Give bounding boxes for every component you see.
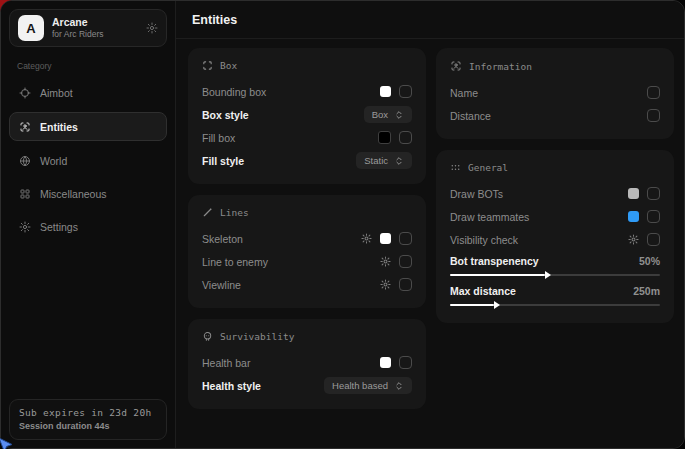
slider-row-max-distance: Max distance250m bbox=[450, 281, 660, 311]
sidebar-item-settings[interactable]: Settings bbox=[9, 213, 167, 240]
slider-header: Max distance250m bbox=[450, 285, 660, 297]
row-label: Box style bbox=[202, 109, 249, 121]
mouse-cursor bbox=[0, 437, 15, 449]
session-duration-text: Session duration 44s bbox=[19, 421, 157, 431]
slider-thumb[interactable] bbox=[545, 271, 551, 279]
row-controls: Health based bbox=[324, 377, 412, 394]
slider-track-max-distance[interactable] bbox=[450, 304, 660, 306]
row-fill-style: Fill styleStatic bbox=[202, 149, 412, 172]
gear-icon[interactable] bbox=[146, 22, 158, 34]
slider-thumb[interactable] bbox=[494, 301, 500, 309]
unfold-icon bbox=[394, 156, 404, 166]
row-label: Skeleton bbox=[202, 233, 243, 245]
card-lines: LinesSkeletonLine to enemyViewline bbox=[188, 195, 426, 308]
row-fill-box: Fill box bbox=[202, 126, 412, 149]
slider-value: 250m bbox=[633, 285, 660, 297]
slider-fill bbox=[450, 304, 494, 306]
gear-icon[interactable] bbox=[380, 256, 391, 267]
row-label: Line to enemy bbox=[202, 256, 268, 268]
dropdown-value: Static bbox=[364, 155, 388, 166]
color-swatch-skeleton[interactable] bbox=[380, 233, 391, 244]
color-swatch-draw-teammates[interactable] bbox=[628, 211, 639, 222]
sidebar-item-aimbot[interactable]: Aimbot bbox=[9, 79, 167, 106]
slider-label: Bot transpenency bbox=[450, 255, 539, 267]
color-swatch-draw-bots[interactable] bbox=[628, 188, 639, 199]
category-label: Category bbox=[17, 61, 167, 71]
row-controls bbox=[628, 210, 660, 223]
row-label: Fill box bbox=[202, 132, 235, 144]
row-line-to-enemy: Line to enemy bbox=[202, 250, 412, 273]
row-label: Bounding box bbox=[202, 86, 266, 98]
unfold-icon bbox=[394, 381, 404, 391]
slider-header: Bot transpenency50% bbox=[450, 255, 660, 267]
card-header: Survivability bbox=[202, 331, 412, 342]
checkbox-visibility-check[interactable] bbox=[647, 233, 660, 246]
brackets-icon bbox=[202, 60, 213, 71]
gear-icon bbox=[19, 221, 31, 233]
row-draw-teammates: Draw teammates bbox=[450, 205, 660, 228]
brand-text: Arcane for Arc Riders bbox=[52, 17, 104, 40]
sidebar-item-miscellaneous[interactable]: Miscellaneous bbox=[9, 180, 167, 207]
slider-track-bot-transpenency[interactable] bbox=[450, 274, 660, 276]
checkbox-skeleton[interactable] bbox=[399, 232, 412, 245]
card-information: InformationNameDistance bbox=[436, 48, 674, 139]
row-controls bbox=[380, 356, 412, 369]
content-area: BoxBounding boxBox styleBoxFill boxFill … bbox=[176, 39, 685, 418]
row-name: Name bbox=[450, 81, 660, 104]
row-label: Fill style bbox=[202, 155, 244, 167]
gear-icon[interactable] bbox=[361, 233, 372, 244]
gear-icon[interactable] bbox=[628, 234, 639, 245]
checkbox-bounding-box[interactable] bbox=[399, 85, 412, 98]
dropdown-box-style[interactable]: Box bbox=[364, 106, 412, 123]
gear-icon[interactable] bbox=[380, 279, 391, 290]
brand-logo: A bbox=[18, 15, 44, 41]
card-title: Survivability bbox=[220, 331, 294, 342]
subscription-info-card: Sub expires in 23d 20h Session duration … bbox=[9, 399, 167, 440]
checkbox-draw-teammates[interactable] bbox=[647, 210, 660, 223]
row-health-style: Health styleHealth based bbox=[202, 374, 412, 397]
sidebar-item-label: Aimbot bbox=[40, 87, 73, 99]
unfold-icon bbox=[394, 110, 404, 120]
card-title: General bbox=[468, 162, 508, 173]
slider-fill bbox=[450, 274, 545, 276]
row-viewline: Viewline bbox=[202, 273, 412, 296]
color-swatch-bounding-box[interactable] bbox=[380, 86, 391, 97]
card-header: Box bbox=[202, 60, 412, 71]
sidebar-item-entities[interactable]: Entities bbox=[9, 112, 167, 141]
row-label: Visibility check bbox=[450, 234, 518, 246]
sub-expiry-text: Sub expires in 23d 20h bbox=[19, 407, 157, 418]
checkbox-distance[interactable] bbox=[647, 109, 660, 122]
line-icon bbox=[202, 207, 213, 218]
card-box: BoxBounding boxBox styleBoxFill boxFill … bbox=[188, 48, 426, 184]
row-controls bbox=[628, 187, 660, 200]
card-header: Lines bbox=[202, 207, 412, 218]
skull-icon bbox=[202, 331, 213, 342]
dropdown-health-style[interactable]: Health based bbox=[324, 377, 412, 394]
brand-name: Arcane bbox=[52, 17, 104, 29]
row-label: Draw BOTs bbox=[450, 188, 503, 200]
row-controls bbox=[380, 278, 412, 291]
dropdown-fill-style[interactable]: Static bbox=[356, 152, 412, 169]
checkbox-draw-bots[interactable] bbox=[647, 187, 660, 200]
row-visibility-check: Visibility check bbox=[450, 228, 660, 251]
card-title: Lines bbox=[220, 207, 249, 218]
sidebar-item-world[interactable]: World bbox=[9, 147, 167, 174]
color-swatch-fill-box[interactable] bbox=[378, 131, 391, 144]
brand-card: A Arcane for Arc Riders bbox=[9, 9, 167, 47]
checkbox-line-to-enemy[interactable] bbox=[399, 255, 412, 268]
checkbox-fill-box[interactable] bbox=[399, 131, 412, 144]
scan-person-icon bbox=[450, 60, 462, 72]
row-controls bbox=[380, 85, 412, 98]
sidebar-item-label: Miscellaneous bbox=[40, 188, 107, 200]
checkbox-health-bar[interactable] bbox=[399, 356, 412, 369]
dots-icon bbox=[450, 162, 461, 173]
row-label: Name bbox=[450, 87, 478, 99]
color-swatch-health-bar[interactable] bbox=[380, 357, 391, 368]
row-health-bar: Health bar bbox=[202, 351, 412, 374]
checkbox-name[interactable] bbox=[647, 86, 660, 99]
checkbox-viewline[interactable] bbox=[399, 278, 412, 291]
card-header: Information bbox=[450, 60, 660, 72]
row-controls bbox=[628, 233, 660, 246]
card-title: Box bbox=[220, 60, 237, 71]
row-skeleton: Skeleton bbox=[202, 227, 412, 250]
